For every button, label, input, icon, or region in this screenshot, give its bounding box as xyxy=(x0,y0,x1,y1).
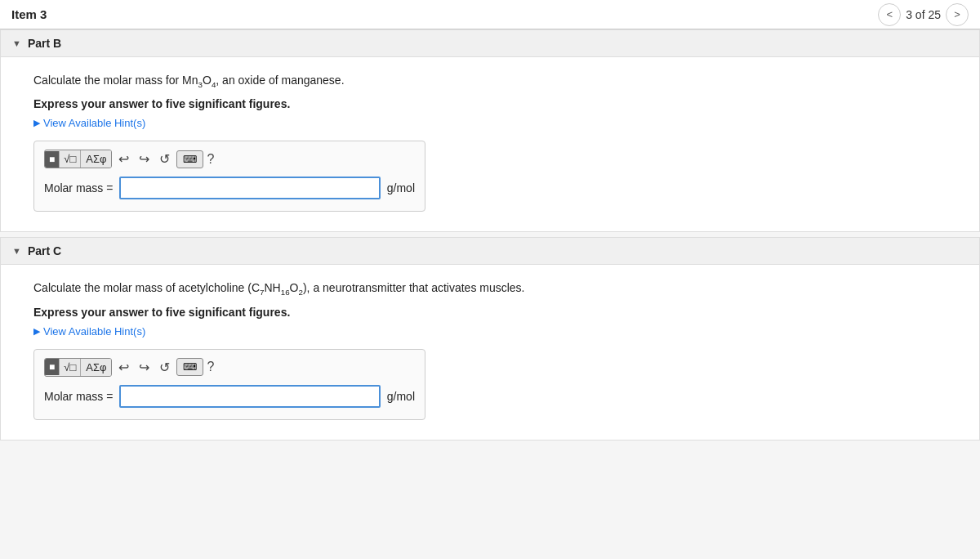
next-button[interactable]: > xyxy=(946,3,969,26)
part-c-hint-label: View Available Hint(s) xyxy=(43,325,145,338)
part-c-instruction: Express your answer to five significant … xyxy=(33,306,947,319)
main-content: ▼ Part B Calculate the molar mass for Mn… xyxy=(0,29,980,440)
part-b-question: Calculate the molar mass for Mn3O4, an o… xyxy=(33,72,947,91)
part-b-answer-row: Molar mass = g/mol xyxy=(44,177,415,199)
part-b-answer-box: ■ √□ ΑΣφ ↩ ↪ ↺ ⌨ ? Molar mass = g/mol xyxy=(33,141,425,212)
part-c-hint-link[interactable]: ▶ View Available Hint(s) xyxy=(33,325,947,338)
keyboard-button[interactable]: ⌨ xyxy=(176,150,203,168)
part-b-hint-link[interactable]: ▶ View Available Hint(s) xyxy=(33,117,947,129)
part-c-answer-input[interactable] xyxy=(119,385,380,408)
part-b-hint-label: View Available Hint(s) xyxy=(43,117,145,129)
part-c-answer-row: Molar mass = g/mol xyxy=(44,385,415,408)
page-count: 3 of 25 xyxy=(906,8,941,21)
part-c-answer-unit: g/mol xyxy=(387,390,415,403)
part-b-answer-unit: g/mol xyxy=(387,181,415,195)
part-c-label: Part C xyxy=(28,244,61,257)
block-icon: ■ xyxy=(45,151,60,168)
refresh-button[interactable]: ↺ xyxy=(156,150,173,168)
part-b-answer-label: Molar mass = xyxy=(44,181,113,195)
redo-c-button[interactable]: ↪ xyxy=(136,358,153,377)
part-b-collapse-arrow: ▼ xyxy=(12,38,21,48)
part-c-question: Calculate the molar mass of acetylcholin… xyxy=(33,280,947,298)
hint-arrow-c-icon: ▶ xyxy=(33,326,40,337)
part-b-header[interactable]: ▼ Part B xyxy=(1,30,979,57)
part-b-answer-input[interactable] xyxy=(119,177,380,199)
part-b-instruction: Express your answer to five significant … xyxy=(33,97,947,110)
part-b-label: Part B xyxy=(28,37,61,50)
block-c-icon: ■ xyxy=(45,359,60,375)
part-c-toolbar: ■ √□ ΑΣφ ↩ ↪ ↺ ⌨ ? xyxy=(44,358,415,377)
part-c-section: ▼ Part C Calculate the molar mass of ace… xyxy=(0,237,980,440)
refresh-c-button[interactable]: ↺ xyxy=(156,358,173,377)
prev-button[interactable]: < xyxy=(878,3,901,26)
navigation-controls: < 3 of 25 > xyxy=(878,3,969,26)
sigma-c-icon: ΑΣφ xyxy=(81,359,111,376)
part-b-toolbar: ■ √□ ΑΣφ ↩ ↪ ↺ ⌨ ? xyxy=(44,150,415,168)
redo-button[interactable]: ↪ xyxy=(136,150,153,168)
sigma-icon: ΑΣφ xyxy=(81,150,111,168)
part-c-header[interactable]: ▼ Part C xyxy=(1,238,979,265)
help-button[interactable]: ? xyxy=(207,152,214,167)
sqrt-icon: √□ xyxy=(60,150,81,168)
hint-arrow-icon: ▶ xyxy=(33,118,40,128)
part-c-answer-label: Molar mass = xyxy=(44,390,113,403)
part-b-formula-toolbar[interactable]: ■ √□ ΑΣφ xyxy=(44,150,112,168)
item-title: Item 3 xyxy=(11,7,47,21)
part-c-collapse-arrow: ▼ xyxy=(12,246,21,256)
top-bar: Item 3 < 3 of 25 > xyxy=(0,0,980,29)
keyboard-c-button[interactable]: ⌨ xyxy=(176,358,203,376)
part-c-body: Calculate the molar mass of acetylcholin… xyxy=(1,265,979,439)
part-b-section: ▼ Part B Calculate the molar mass for Mn… xyxy=(0,29,980,232)
part-b-body: Calculate the molar mass for Mn3O4, an o… xyxy=(1,57,979,231)
part-c-formula-toolbar[interactable]: ■ √□ ΑΣφ xyxy=(44,358,112,377)
sqrt-c-icon: √□ xyxy=(60,359,81,376)
help-c-button[interactable]: ? xyxy=(207,360,214,374)
part-c-answer-box: ■ √□ ΑΣφ ↩ ↪ ↺ ⌨ ? Molar mass = g/mol xyxy=(33,349,425,420)
undo-c-button[interactable]: ↩ xyxy=(115,358,132,377)
undo-button[interactable]: ↩ xyxy=(115,150,132,168)
